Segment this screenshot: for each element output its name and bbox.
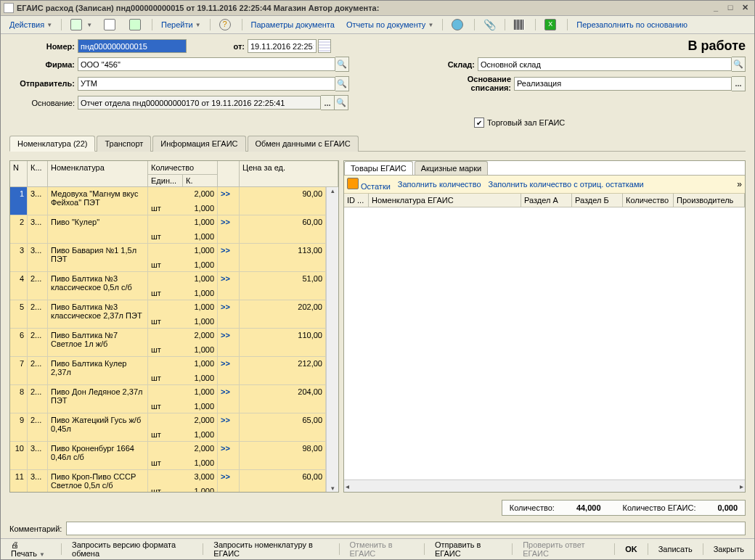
col-unit[interactable]: Един... xyxy=(148,174,183,186)
tab-exchange-egais[interactable]: Обмен данными с ЕГАИС xyxy=(248,136,359,152)
check-answer-button[interactable]: Проверить ответ ЕГАИС xyxy=(518,538,608,560)
col-k[interactable]: К. xyxy=(183,174,218,186)
cell-arrow[interactable]: >> xyxy=(218,385,240,413)
req-version-button[interactable]: Запросить версию формата обмена xyxy=(68,538,197,560)
sender-input[interactable] xyxy=(78,77,335,91)
cell-qty: 1,000шт1,000 xyxy=(148,385,218,413)
cell-arrow[interactable]: >> xyxy=(218,215,240,243)
help-icon[interactable]: ? xyxy=(215,17,237,32)
btn-fill[interactable]: Заполнить количество xyxy=(398,180,481,189)
ok-button[interactable]: OK xyxy=(621,543,642,556)
col-n[interactable]: N xyxy=(10,161,28,186)
basis-more[interactable]: ... xyxy=(321,95,335,110)
cell-qty: 2,000шт1,000 xyxy=(148,413,218,441)
firm-input[interactable] xyxy=(78,57,335,71)
sender-lookup[interactable]: 🔍 xyxy=(335,76,349,91)
tb-icon-refresh[interactable] xyxy=(125,17,147,32)
main-toolbar: Действия▼ ▼ Перейти▼ ? Параметры докумен… xyxy=(1,16,754,34)
send-egais-button[interactable]: Отправить в ЕГАИС xyxy=(430,538,506,560)
table-row[interactable]: 13...Медовуха "Магнум вкус Фейхоа" ПЭТ2,… xyxy=(10,187,326,215)
col-qty[interactable]: Количество xyxy=(148,161,218,174)
tb-icon-2[interactable] xyxy=(99,17,122,32)
table-row[interactable]: 52...Пиво Балтика №3 классическое 2,37л … xyxy=(10,300,326,329)
globe-icon[interactable] xyxy=(447,17,470,32)
table-row[interactable]: 23...Пиво "Кулер"1,000шт1,000>>60,00 xyxy=(10,215,326,244)
basis-lookup[interactable]: 🔍 xyxy=(335,95,348,110)
rcol-qty[interactable]: Количество xyxy=(623,194,674,207)
totals-row: Количество: 44,000 Количество ЕГАИС: 0,0… xyxy=(1,497,754,519)
cell-code: 2... xyxy=(28,329,48,356)
save-button[interactable]: Записать xyxy=(654,543,697,556)
more-icon[interactable]: » xyxy=(737,179,742,189)
col-nom[interactable]: Номенклатура xyxy=(48,161,148,186)
refill-link[interactable]: Перезаполнить по основанию xyxy=(572,17,692,32)
btn-fill-neg[interactable]: Заполнить количество с отриц. остатками xyxy=(489,180,644,189)
actions-menu[interactable]: Действия▼ xyxy=(5,17,57,32)
rcol-nom[interactable]: Номенклатура ЕГАИС xyxy=(369,194,521,207)
firm-lookup[interactable]: 🔍 xyxy=(335,57,349,72)
table-row[interactable]: 42...Пиво Балтика №3 классическое 0,5л с… xyxy=(10,272,326,300)
col-price[interactable]: Цена за ед. xyxy=(240,161,338,186)
table-row[interactable]: 92...Пиво Жатецкий Гусь ж/б 0,45л2,000шт… xyxy=(10,413,326,442)
go-menu[interactable]: Перейти▼ xyxy=(157,17,205,32)
cell-arrow[interactable]: >> xyxy=(218,357,240,384)
doc-reports[interactable]: Отчеты по документу▼ xyxy=(342,17,438,32)
calendar-icon[interactable] xyxy=(318,39,331,53)
cell-arrow[interactable]: >> xyxy=(218,244,240,271)
doc-params[interactable]: Параметры документа xyxy=(247,17,339,32)
print-button[interactable]: 🖨 Печать▼ xyxy=(7,538,55,560)
rcol-ra[interactable]: Раздел А xyxy=(521,194,572,207)
table-row[interactable]: 82...Пиво Дон Ледяное 2,37л ПЭТ1,000шт1,… xyxy=(10,385,326,413)
cancel-egais-button[interactable]: Отменить в ЕГАИС xyxy=(346,538,418,560)
tb-icon-1[interactable]: ▼ xyxy=(66,17,97,32)
excel-icon[interactable]: X xyxy=(540,17,563,32)
date-input[interactable] xyxy=(248,39,317,53)
cell-name: Пиво Жатецкий Гусь ж/б 0,45л xyxy=(48,413,148,441)
tab-transport[interactable]: Транспорт xyxy=(97,136,151,152)
left-vscroll[interactable]: ▴▾ xyxy=(326,187,338,492)
right-hscroll[interactable]: ◂▸ xyxy=(344,479,745,492)
cell-arrow[interactable]: >> xyxy=(218,272,240,300)
table-row[interactable]: 62...Пиво Балтика №7 Светлое 1л ж/б2,000… xyxy=(10,329,326,357)
cell-arrow[interactable]: >> xyxy=(218,300,240,328)
minimize-button[interactable]: _ xyxy=(709,2,722,14)
rcol-id[interactable]: ID ... xyxy=(344,194,369,207)
close-button[interactable]: ✕ xyxy=(738,2,751,14)
maximize-button[interactable]: □ xyxy=(724,2,737,14)
table-row[interactable]: 33...Пиво Бавария №1 1,5л ПЭТ1,000шт1,00… xyxy=(10,244,326,272)
comment-input[interactable] xyxy=(66,522,746,535)
tab-info-egais[interactable]: Информация ЕГАИС xyxy=(152,136,245,152)
basis-label: Основание: xyxy=(9,99,78,107)
cell-arrow[interactable]: >> xyxy=(218,187,240,215)
cell-name: Пиво Балтика №7 Светлое 1л ж/б xyxy=(48,329,148,356)
cell-arrow[interactable]: >> xyxy=(218,329,240,356)
col-code[interactable]: К... xyxy=(28,161,48,186)
table-row[interactable]: 113...Пиво Кроп-Пиво СССР Светлое 0,5л с… xyxy=(10,470,326,492)
close-form-button[interactable]: Закрыть xyxy=(709,543,748,556)
table-row[interactable]: 103...Пиво Кроненбург 1664 0,46л с/б2,00… xyxy=(10,442,326,470)
warehouse-input[interactable] xyxy=(478,57,732,71)
cell-arrow[interactable]: >> xyxy=(218,470,240,492)
right-header: ID ... Номенклатура ЕГАИС Раздел А Разде… xyxy=(344,194,745,207)
tab-nomenclature[interactable]: Номенклатура (22) xyxy=(9,136,95,152)
req-nom-button[interactable]: Запросить номенклатуру в ЕГАИС xyxy=(209,538,332,560)
table-row[interactable]: 72...Пиво Балтика Кулер 2,37л1,000шт1,00… xyxy=(10,357,326,385)
rtab-goods[interactable]: Товары ЕГАИС xyxy=(344,161,413,175)
rcol-prod[interactable]: Производитель xyxy=(674,194,745,207)
basis-writeoff-more[interactable]: ... xyxy=(732,76,746,91)
rcol-rb[interactable]: Раздел Б xyxy=(572,194,623,207)
right-toolbar: Остатки Заполнить количество Заполнить к… xyxy=(344,176,745,194)
cell-arrow[interactable]: >> xyxy=(218,413,240,441)
attach-icon[interactable]: 📎 xyxy=(479,17,500,32)
hall-checkbox[interactable]: ✔ xyxy=(474,118,484,128)
barcode-icon[interactable] xyxy=(510,17,531,32)
btn-ost[interactable]: Остатки xyxy=(347,178,391,191)
number-input[interactable] xyxy=(78,39,187,53)
cell-n: 1 xyxy=(10,187,28,215)
basis-input[interactable] xyxy=(78,96,321,110)
comment-row: Комментарий: xyxy=(1,519,754,538)
rtab-marks[interactable]: Акцизные марки xyxy=(415,161,489,175)
cell-arrow[interactable]: >> xyxy=(218,442,240,469)
basis-writeoff-input[interactable] xyxy=(514,77,732,91)
warehouse-lookup[interactable]: 🔍 xyxy=(732,57,746,72)
